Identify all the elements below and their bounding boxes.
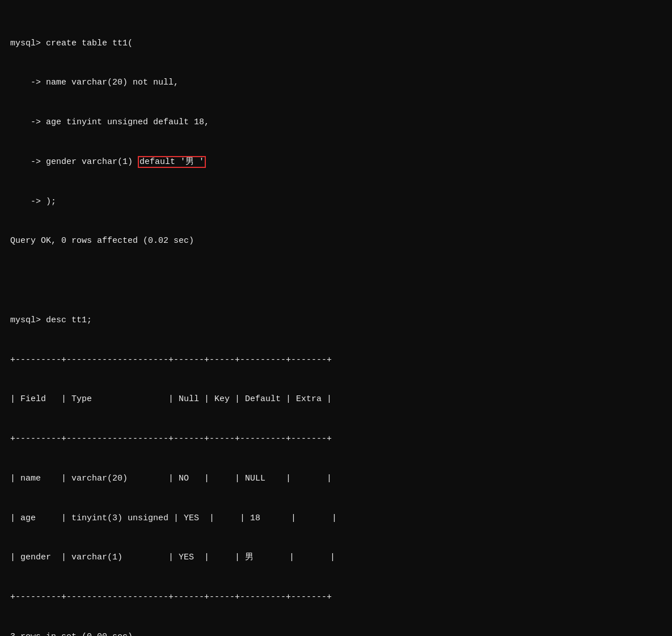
rows-in-set-1: 3 rows in set (0.00 sec) [10,630,662,636]
table-header: | Field | Type | Null | Key | Default | … [10,393,662,406]
table-border-bottom: +---------+--------------------+------+-… [10,591,662,604]
line-desc: mysql> desc tt1; [10,314,662,327]
table-border-mid: +---------+--------------------+------+-… [10,432,662,445]
line-1: mysql> create table tt1( [10,37,662,50]
line-6-query-ok: Query OK, 0 rows affected (0.02 sec) [10,234,662,247]
terminal-content: mysql> create table tt1( -> name varchar… [10,10,662,636]
table-row-age: | age | tinyint(3) unsigned | YES | | 18… [10,512,662,525]
terminal-window: mysql> create table tt1( -> name varchar… [0,0,672,636]
line-2: -> name varchar(20) not null, [10,76,662,89]
highlight-default: default '男 ' [138,156,206,168]
line-5: -> ); [10,195,662,208]
line-blank-1 [10,274,662,287]
table-row-name: | name | varchar(20) | NO | | NULL | | [10,472,662,485]
line-3: -> age tinyint unsigned default 18, [10,116,662,129]
table-row-gender: | gender | varchar(1) | YES | | 男 | | [10,551,662,564]
line-4: -> gender varchar(1) default '男 ' [10,155,662,169]
table-border-top: +---------+--------------------+------+-… [10,353,662,367]
